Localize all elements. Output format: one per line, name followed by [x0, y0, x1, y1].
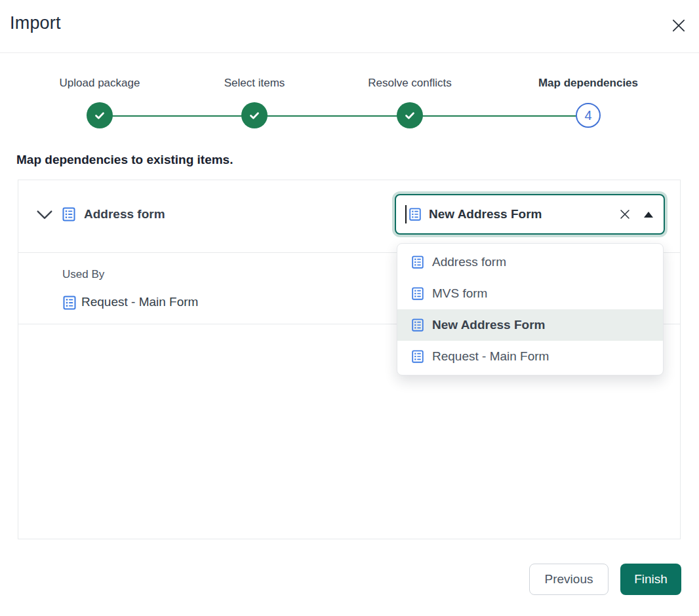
combobox-value: New Address Form	[429, 207, 616, 221]
step-circle-complete[interactable]	[397, 102, 423, 128]
text-cursor	[405, 205, 407, 223]
check-icon	[403, 108, 417, 123]
finish-button[interactable]: Finish	[620, 564, 681, 595]
expand-collapse-button[interactable]	[34, 206, 55, 223]
step-select-items: Select items	[176, 77, 333, 90]
step-circle-complete[interactable]	[241, 102, 268, 128]
used-by-item: Request - Main Form	[81, 295, 198, 309]
clear-x-icon	[618, 207, 632, 221]
step-circle-complete[interactable]	[87, 102, 113, 128]
header-divider	[0, 52, 699, 53]
clear-selection-button[interactable]	[616, 206, 633, 223]
dropdown-option-selected[interactable]: New Address Form	[397, 309, 663, 341]
section-heading: Map dependencies to existing items.	[16, 153, 233, 167]
dropdown-option[interactable]: Address form	[397, 246, 663, 278]
triangle-up-icon	[644, 212, 653, 218]
form-icon	[62, 295, 77, 311]
step-label: Map dependencies	[509, 77, 667, 90]
form-icon	[61, 206, 77, 222]
dialog-title: Import	[10, 13, 61, 33]
step-map-dependencies: Map dependencies 4	[509, 77, 667, 90]
dropdown-option[interactable]: Request - Main Form	[397, 341, 663, 372]
stepper-connector	[100, 115, 588, 117]
form-icon	[410, 255, 425, 269]
option-label: Address form	[432, 255, 506, 269]
step-upload-package: Upload package	[21, 77, 178, 90]
option-label: Request - Main Form	[432, 349, 549, 364]
form-icon	[410, 286, 425, 301]
check-icon	[247, 108, 262, 123]
close-icon	[669, 16, 688, 35]
chevron-down-icon	[36, 210, 53, 220]
used-by-label: Used By	[62, 268, 104, 281]
option-label: New Address Form	[432, 318, 545, 332]
form-icon	[410, 349, 425, 364]
close-button[interactable]	[668, 14, 690, 37]
step-resolve-conflicts: Resolve conflicts	[331, 77, 489, 90]
step-label: Resolve conflicts	[331, 77, 489, 90]
step-circle-current[interactable]: 4	[576, 103, 601, 128]
dropdown-option[interactable]: MVS form	[397, 278, 663, 309]
mapping-dropdown-list: Address form MVS form New Address Form	[397, 243, 664, 375]
step-label: Select items	[176, 77, 333, 90]
mapping-combobox[interactable]: New Address Form	[395, 194, 665, 235]
collapse-dropdown-button[interactable]	[643, 210, 654, 219]
previous-button[interactable]: Previous	[529, 564, 609, 595]
form-icon	[408, 207, 422, 221]
step-label: Upload package	[21, 77, 178, 90]
check-icon	[92, 108, 107, 123]
option-label: MVS form	[432, 286, 487, 301]
form-icon	[410, 318, 425, 332]
dependency-name: Address form	[84, 207, 165, 221]
